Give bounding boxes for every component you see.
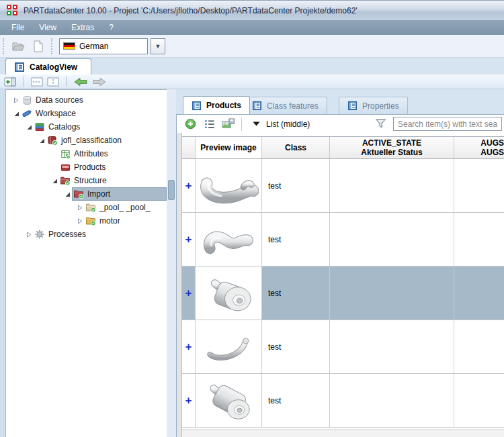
active-state-cell[interactable]: [330, 159, 454, 212]
class-cell[interactable]: test: [262, 320, 330, 373]
language-combobox[interactable]: German: [59, 38, 148, 54]
preview-image-cell[interactable]: [196, 374, 262, 427]
products-table: Preview image Class ACTIVE_STATE Aktuell…: [182, 136, 504, 428]
tab-products[interactable]: Products: [183, 96, 250, 114]
view-mode-label: List (middle): [266, 119, 310, 129]
augs-cell[interactable]: [454, 159, 504, 212]
active-state-cell[interactable]: [330, 320, 454, 373]
table-horizontal-scrollbar[interactable]: [182, 429, 504, 437]
tree-item-attributes[interactable]: Attributes: [6, 147, 167, 160]
expander-expanded-icon[interactable]: [24, 124, 34, 130]
horizontal-layout-button[interactable]: [31, 76, 43, 88]
catalogview-tab-label: CatalogView: [30, 62, 77, 72]
tree-item-structure[interactable]: Structure: [6, 174, 167, 187]
expand-row-button[interactable]: +: [182, 374, 196, 427]
table-row-header-strip: [177, 133, 182, 437]
tree-item-import[interactable]: Import: [6, 187, 167, 201]
menu-help[interactable]: ?: [101, 21, 121, 34]
tree-item-processes[interactable]: Processes: [6, 228, 167, 241]
table-row[interactable]: + test: [182, 266, 504, 320]
tree-item-products[interactable]: Products: [6, 160, 167, 174]
augs-cell[interactable]: [454, 213, 504, 266]
image-save-icon: [222, 118, 235, 130]
folder-yellow-check-icon: [85, 215, 97, 226]
expand-row-button[interactable]: +: [182, 266, 196, 320]
collapse-panel-button[interactable]: [4, 76, 17, 88]
augs-cell[interactable]: [454, 320, 504, 373]
tree-scrollbar-thumb[interactable]: [168, 180, 175, 200]
products-tab-content: List (middle) Preview image Class: [176, 114, 504, 437]
table-row[interactable]: + test: [182, 159, 504, 213]
menu-file[interactable]: File: [4, 21, 32, 34]
catalogview-tab-icon: [14, 62, 25, 72]
german-flag-icon: [63, 42, 75, 50]
expander-collapsed-icon[interactable]: [75, 205, 85, 211]
table-row[interactable]: + test: [182, 320, 504, 374]
catalog-content-panel: Products Class features Properties: [176, 89, 504, 437]
back-arrow-icon: [73, 77, 88, 87]
class-cell[interactable]: test: [262, 266, 330, 320]
list-view-button[interactable]: [200, 117, 218, 132]
expander-expanded-icon[interactable]: [50, 178, 59, 184]
active-state-column-header[interactable]: ACTIVE_STATE Aktueller Status: [330, 137, 454, 158]
catalogs-books-icon: [34, 122, 46, 132]
tree-scrollbar[interactable]: [167, 89, 176, 437]
forward-button[interactable]: [92, 76, 107, 88]
tree-item-workspace[interactable]: Workspace: [6, 107, 167, 120]
view-mode-dropdown[interactable]: List (middle): [246, 119, 317, 129]
tree-item-jofl-classification[interactable]: jofl_classification: [6, 134, 167, 147]
menu-view[interactable]: View: [32, 21, 64, 34]
products-table-area: Preview image Class ACTIVE_STATE Aktuell…: [177, 133, 504, 437]
augs-column-header[interactable]: AUGS AUGS: [454, 137, 504, 158]
tab-class-features[interactable]: Class features: [243, 97, 327, 114]
preview-image-cell[interactable]: [196, 213, 262, 266]
add-item-button[interactable]: [181, 117, 200, 132]
class-column-header[interactable]: Class: [262, 137, 330, 158]
expander-collapsed-icon[interactable]: [24, 232, 34, 238]
back-button[interactable]: [73, 76, 88, 88]
export-image-button[interactable]: [218, 117, 237, 132]
augs-cell[interactable]: [454, 374, 504, 427]
expander-expanded-icon[interactable]: [11, 111, 21, 117]
active-state-cell[interactable]: [330, 374, 454, 427]
expander-collapsed-icon[interactable]: [11, 97, 21, 103]
properties-tab-icon: [347, 101, 358, 111]
language-dropdown-button[interactable]: ▼: [151, 38, 165, 54]
class-cell[interactable]: test: [262, 213, 330, 266]
open-project-button[interactable]: [8, 38, 28, 55]
active-state-cell[interactable]: [330, 213, 454, 266]
table-row[interactable]: + test: [182, 213, 504, 266]
menu-extras[interactable]: Extras: [64, 21, 101, 34]
search-input[interactable]: [393, 117, 502, 131]
expander-expanded-icon[interactable]: [62, 191, 72, 197]
preview-image-cell[interactable]: [196, 320, 262, 373]
elbow-handle-part: [198, 216, 259, 263]
expand-row-button[interactable]: +: [182, 320, 196, 373]
expand-row-button[interactable]: +: [182, 213, 196, 266]
expander-collapsed-icon[interactable]: [75, 218, 85, 224]
preview-image-column-header[interactable]: Preview image: [196, 137, 262, 158]
preview-image-cell[interactable]: [196, 266, 262, 320]
tree-item-label: Workspace: [33, 108, 79, 119]
attributes-table-icon: [59, 149, 71, 159]
preview-image-cell[interactable]: [196, 159, 262, 212]
expander-expanded-icon[interactable]: [37, 138, 46, 144]
table-row[interactable]: + test: [182, 374, 504, 428]
augs-cell[interactable]: [454, 266, 504, 320]
tree-item-label: Attributes: [71, 148, 111, 159]
toolbar-separator: [24, 77, 24, 87]
class-cell[interactable]: test: [262, 159, 330, 212]
filter-button[interactable]: [374, 117, 388, 130]
tree-item-catalogs[interactable]: Catalogs: [6, 120, 167, 134]
vertical-layout-button[interactable]: [47, 76, 59, 88]
tab-catalogview[interactable]: CatalogView: [5, 58, 91, 75]
expand-row-button[interactable]: +: [182, 159, 196, 212]
tab-properties[interactable]: Properties: [339, 97, 408, 114]
active-state-cell[interactable]: [330, 266, 454, 320]
class-cell[interactable]: test: [262, 374, 330, 427]
tree-item-pool-pool[interactable]: _pool_ _pool_: [6, 201, 167, 214]
tree-item-data-sources[interactable]: Data sources: [6, 93, 167, 107]
language-value: German: [79, 42, 108, 51]
tree-item-motor[interactable]: motor: [6, 214, 167, 228]
new-document-button[interactable]: [28, 38, 48, 55]
